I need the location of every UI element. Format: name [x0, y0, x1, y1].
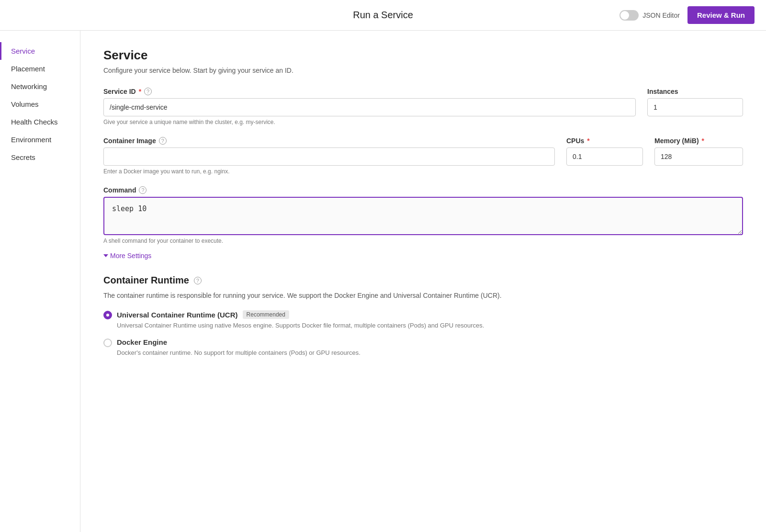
recommended-badge: Recommended — [243, 310, 289, 319]
container-image-group: Container Image ? Enter a Docker image y… — [103, 137, 555, 175]
main-content: Service Configure your service below. St… — [80, 31, 766, 532]
chevron-down-icon — [103, 254, 108, 257]
command-group: Command ? sleep 10 A shell command for y… — [103, 186, 743, 244]
sidebar-item-secrets[interactable]: Secrets — [0, 148, 80, 166]
runtime-option-ucr: Universal Container Runtime (UCR) Recomm… — [103, 310, 743, 330]
sidebar-item-networking[interactable]: Networking — [0, 78, 80, 95]
command-hint: A shell command for your container to ex… — [103, 238, 743, 244]
section-title: Service — [103, 48, 743, 63]
container-image-input[interactable] — [103, 147, 555, 166]
service-id-required: * — [139, 88, 141, 95]
command-textarea[interactable]: sleep 10 — [103, 197, 743, 235]
cpus-group: CPUs * — [566, 137, 643, 175]
docker-label: Docker Engine — [117, 338, 743, 346]
docker-radio[interactable] — [103, 339, 112, 347]
memory-group: Memory (MiB) * — [654, 137, 743, 175]
container-image-label: Container Image ? — [103, 137, 555, 145]
runtime-description: The container runtime is responsible for… — [103, 291, 743, 301]
sidebar-item-volumes[interactable]: Volumes — [0, 95, 80, 113]
instances-label: Instances — [647, 88, 743, 95]
sidebar-item-service[interactable]: Service — [0, 42, 80, 60]
memory-required: * — [702, 137, 704, 145]
review-run-button[interactable]: Review & Run — [687, 6, 755, 24]
container-image-help-icon[interactable]: ? — [159, 137, 167, 145]
docker-description: Docker's container runtime. No support f… — [117, 348, 743, 358]
docker-content: Docker Engine Docker's container runtime… — [117, 338, 743, 358]
memory-input[interactable] — [654, 147, 743, 166]
service-id-input[interactable] — [103, 98, 636, 116]
ucr-radio[interactable] — [103, 311, 112, 319]
top-header: Run a Service JSON Editor Review & Run — [0, 0, 766, 31]
sidebar-item-placement[interactable]: Placement — [0, 60, 80, 78]
runtime-option-docker: Docker Engine Docker's container runtime… — [103, 338, 743, 358]
service-id-hint: Give your service a unique name within t… — [103, 119, 636, 125]
runtime-section-header: Container Runtime ? — [103, 275, 743, 286]
ucr-content: Universal Container Runtime (UCR) Recomm… — [117, 310, 743, 330]
command-label: Command ? — [103, 186, 743, 194]
image-cpu-memory-row: Container Image ? Enter a Docker image y… — [103, 137, 743, 175]
more-settings-link[interactable]: More Settings — [103, 252, 743, 260]
command-help-icon[interactable]: ? — [139, 186, 146, 194]
service-id-instances-row: Service ID * ? Give your service a uniqu… — [103, 88, 743, 125]
sidebar-item-environment[interactable]: Environment — [0, 131, 80, 148]
instances-input[interactable] — [647, 98, 743, 116]
section-subtitle: Configure your service below. Start by g… — [103, 67, 743, 74]
runtime-help-icon[interactable]: ? — [194, 277, 202, 284]
ucr-description: Universal Container Runtime using native… — [117, 321, 743, 330]
cpus-required: * — [587, 137, 589, 145]
json-editor-label: JSON Editor — [642, 11, 680, 19]
header-actions: JSON Editor Review & Run — [620, 6, 755, 24]
json-editor-toggle: JSON Editor — [620, 10, 680, 21]
cpus-input[interactable] — [566, 147, 643, 166]
service-id-group: Service ID * ? Give your service a uniqu… — [103, 88, 636, 125]
container-runtime-section: Container Runtime ? The container runtim… — [103, 275, 743, 357]
runtime-title: Container Runtime — [103, 275, 189, 286]
page-title: Run a Service — [353, 10, 413, 21]
main-layout: Service Placement Networking Volumes Hea… — [0, 31, 766, 532]
ucr-label: Universal Container Runtime (UCR) Recomm… — [117, 310, 743, 319]
cpus-label: CPUs * — [566, 137, 643, 145]
service-id-help-icon[interactable]: ? — [144, 88, 152, 95]
service-id-label: Service ID * ? — [103, 88, 636, 95]
sidebar-item-health-checks[interactable]: Health Checks — [0, 113, 80, 131]
container-image-hint: Enter a Docker image you want to run, e.… — [103, 168, 555, 175]
more-settings-label: More Settings — [110, 252, 151, 260]
instances-group: Instances — [647, 88, 743, 125]
memory-label: Memory (MiB) * — [654, 137, 743, 145]
sidebar: Service Placement Networking Volumes Hea… — [0, 31, 80, 532]
json-editor-switch[interactable] — [620, 10, 639, 21]
